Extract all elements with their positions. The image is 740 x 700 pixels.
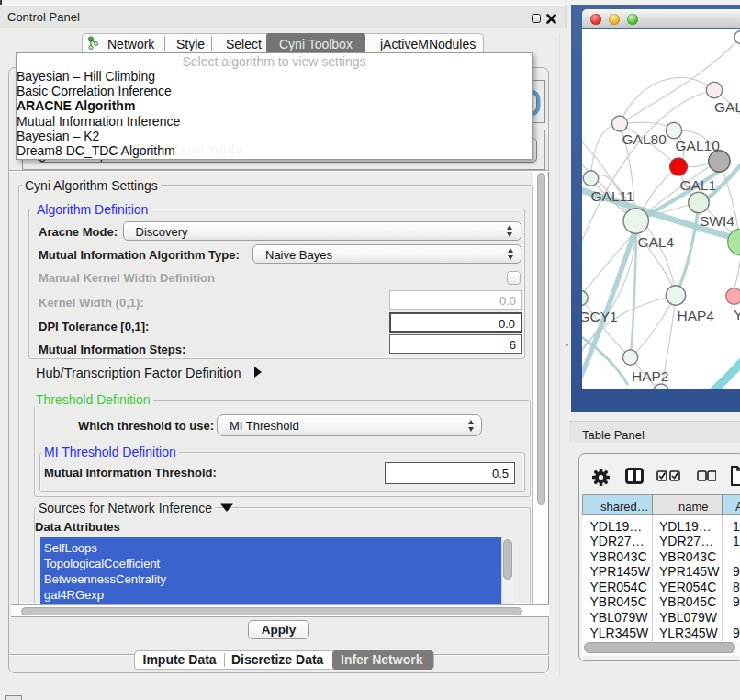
svg-text:GCY1: GCY1 [582,309,618,324]
svg-text:GAL80: GAL80 [622,130,667,146]
svg-text:GAL11: GAL11 [591,187,634,203]
svg-text:SWI4: SWI4 [700,213,734,229]
svg-text:HAP4: HAP4 [678,308,715,323]
svg-text:HAP2: HAP2 [632,367,669,383]
svg-text:GAL1: GAL1 [680,177,717,193]
svg-text:GAL4: GAL4 [638,233,675,249]
svg-text:GAL7: GAL7 [714,99,740,115]
svg-text:Y: Y [734,307,740,322]
svg-text:GAL10: GAL10 [676,138,721,153]
